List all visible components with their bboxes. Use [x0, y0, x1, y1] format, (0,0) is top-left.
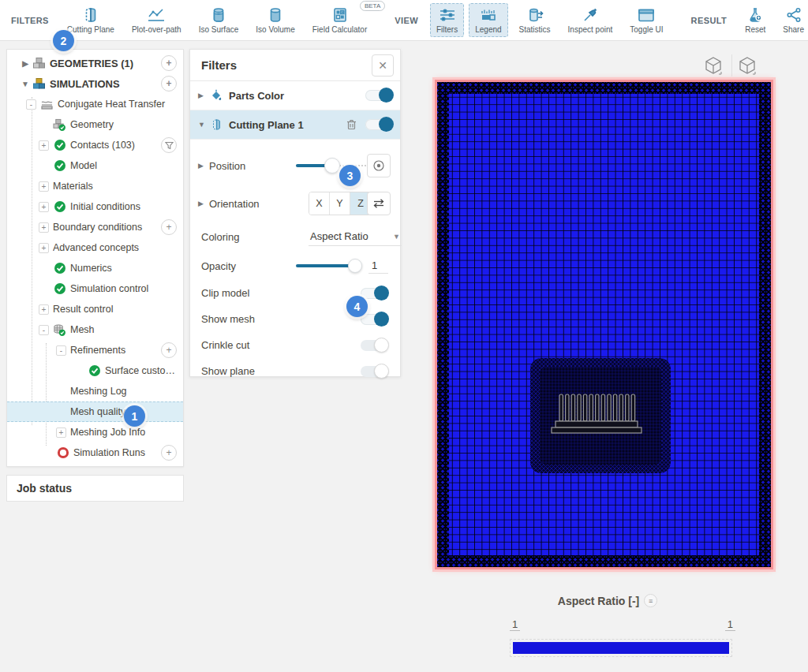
cutting-plane-toggle[interactable]	[365, 119, 392, 130]
iso-surface-button[interactable]: Iso Surface	[193, 3, 245, 37]
tree-item-initial-conditions[interactable]: +Initial conditions	[7, 196, 183, 217]
opacity-value[interactable]: 1	[368, 258, 388, 274]
filter-funnel-icon[interactable]	[161, 137, 177, 153]
inspect-point-button[interactable]: Inspect point	[562, 3, 619, 37]
expand-icon[interactable]: +	[39, 222, 49, 233]
opacity-label: Opacity	[201, 260, 236, 272]
add-icon[interactable]: +	[161, 219, 177, 235]
view-orientation-cube-icon[interactable]	[700, 52, 727, 80]
expand-icon[interactable]: +	[39, 140, 49, 151]
job-status-label: Job status	[17, 482, 72, 495]
cutting-plane-small-icon	[209, 118, 223, 132]
tree-item-contacts-103[interactable]: +Contacts (103)	[7, 135, 183, 155]
perspective-cube-icon[interactable]	[734, 52, 761, 80]
tree-item-advanced-concepts[interactable]: +Advanced concepts	[7, 237, 183, 258]
chevron-down-icon[interactable]: ▼	[198, 121, 209, 129]
mesh-render[interactable]	[435, 80, 773, 569]
chevron-right-icon[interactable]: ▶	[198, 91, 209, 99]
legend-min-value[interactable]: 1	[510, 618, 520, 631]
viewport-toolbar-separator	[731, 54, 732, 77]
orientation-y-button[interactable]: Y	[330, 192, 350, 215]
show-mesh-toggle[interactable]	[361, 314, 387, 325]
crinkle-cut-toggle[interactable]	[361, 340, 387, 351]
tree-item-simulation-runs[interactable]: Simulation Runs+	[7, 442, 183, 463]
chevron-right-icon[interactable]: ▶	[18, 59, 32, 68]
check-icon	[53, 139, 66, 152]
collapse-icon[interactable]: -	[26, 99, 36, 110]
orientation-label: Orientation	[209, 198, 260, 210]
reset-button[interactable]: Reset	[739, 3, 772, 37]
tree-item-simulations[interactable]: ▼SIMULATIONS+	[7, 73, 183, 94]
position-slider[interactable]	[296, 164, 368, 167]
show-plane-toggle[interactable]	[361, 366, 387, 377]
tree-item-conjugate-heat-transfer[interactable]: -Conjugate Heat Transfer	[7, 94, 183, 114]
clip-model-label: Clip model	[201, 287, 361, 299]
tree-item-materials[interactable]: +Materials	[7, 176, 183, 196]
tree-item-mesh[interactable]: -Mesh	[7, 319, 183, 340]
filters-button[interactable]: Filters	[430, 3, 464, 37]
close-icon[interactable]: ✕	[372, 54, 394, 77]
collapse-icon[interactable]: -	[39, 325, 49, 335]
tree-item-surface-custom[interactable]: Surface custom ...	[7, 360, 183, 381]
legend-max-value[interactable]: 1	[725, 618, 735, 631]
opacity-slider[interactable]	[296, 264, 357, 267]
tool-label: Legend	[475, 25, 501, 34]
parts-color-toggle[interactable]	[365, 90, 392, 101]
expand-icon[interactable]: +	[39, 202, 49, 212]
tree-item-mesh-quality[interactable]: Mesh quality	[7, 401, 183, 422]
field-calculator-button[interactable]: Field CalculatorBETA	[306, 3, 373, 37]
viewport[interactable]: Aspect Ratio [-] ≡ 1 1	[402, 42, 808, 672]
check-icon	[53, 200, 66, 214]
tree-item-simulation-control[interactable]: Simulation control	[7, 278, 183, 299]
expand-icon[interactable]: +	[39, 181, 49, 192]
share-button[interactable]: Share	[776, 3, 808, 37]
expand-icon[interactable]: +	[39, 243, 49, 253]
chevron-right-icon[interactable]: ▶	[198, 200, 209, 207]
job-status-bar[interactable]: Job status	[6, 475, 184, 502]
tree-item-label: Initial conditions	[70, 201, 183, 212]
geometries-icon	[32, 57, 46, 70]
flip-orientation-icon[interactable]	[367, 192, 391, 215]
plot-over-path-button[interactable]: Plot-over-path	[125, 3, 188, 37]
collapse-icon[interactable]: -	[56, 345, 66, 356]
add-icon[interactable]: +	[161, 445, 177, 461]
tree-item-geometry[interactable]: Geometry	[7, 114, 183, 135]
tree-item-label: Surface custom ...	[105, 365, 183, 376]
step-badge-2: 2	[53, 30, 74, 51]
parts-color-section[interactable]: ▶ Parts Color	[190, 81, 400, 110]
toggle-ui-button[interactable]: Toggle UI	[623, 3, 669, 37]
add-icon[interactable]: +	[161, 55, 177, 71]
inspect-point-icon	[582, 6, 598, 24]
tree-item-numerics[interactable]: Numerics	[7, 258, 183, 278]
tree-item-meshing-log[interactable]: Meshing Log	[7, 381, 183, 401]
coloring-select[interactable]: Aspect Ratio ▼	[309, 227, 402, 246]
tree-item-model[interactable]: Model	[7, 155, 183, 176]
tree-item-boundary-conditions[interactable]: +Boundary conditions+	[7, 217, 183, 237]
toolbar-group-label-filters: FILTERS	[11, 16, 49, 25]
tree-item-meshing-job-info[interactable]: +Meshing Job Info	[7, 422, 183, 442]
pick-center-icon[interactable]	[367, 154, 391, 177]
tool-label: Plot-over-path	[132, 25, 181, 34]
clip-model-toggle[interactable]	[361, 288, 387, 299]
tree-item-result-control[interactable]: +Result control	[7, 299, 183, 319]
tool-label: Field Calculator	[312, 25, 367, 34]
expand-icon[interactable]: +	[39, 304, 49, 315]
trash-icon[interactable]	[343, 117, 359, 133]
show-mesh-label: Show mesh	[201, 313, 361, 325]
legend-button[interactable]: Legend	[469, 3, 507, 37]
tree-item-refinements[interactable]: -Refinements+	[7, 340, 183, 360]
tool-label: Toggle UI	[630, 25, 663, 34]
chevron-right-icon[interactable]: ▶	[198, 162, 209, 170]
chevron-down-icon[interactable]: ▼	[18, 80, 32, 88]
iso-volume-button[interactable]: Iso Volume	[249, 3, 301, 37]
tree-item-label: Conjugate Heat Transfer	[58, 99, 183, 110]
legend-menu-icon[interactable]: ≡	[644, 594, 657, 607]
add-icon[interactable]: +	[161, 342, 177, 358]
statistics-button[interactable]: Statistics	[513, 3, 557, 37]
cutting-plane-section[interactable]: ▼ Cutting Plane 1	[190, 110, 400, 140]
add-icon[interactable]: +	[161, 76, 177, 91]
expand-icon[interactable]: +	[56, 427, 66, 438]
tree-item-geometries-1[interactable]: ▶GEOMETRIES (1)+	[7, 53, 183, 73]
check-icon	[53, 282, 66, 296]
orientation-x-button[interactable]: X	[309, 192, 330, 215]
